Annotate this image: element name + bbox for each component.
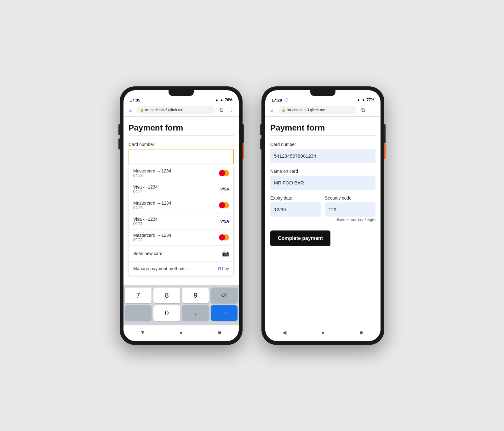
name-label: Name on card	[270, 169, 375, 174]
phone-screen-left: 17:05 ▲ ▲ 76% ⌂ 🔒 rm-codelab-3.glitch.me…	[123, 90, 239, 341]
key-8[interactable]: 8	[153, 288, 180, 303]
phone-notch-right	[310, 90, 335, 96]
security-input[interactable]	[325, 202, 375, 217]
keyboard-row-2: , 0 . →	[125, 305, 238, 321]
menu-button-left[interactable]: ⋮	[227, 106, 236, 114]
browser-bar-right: ⌂ 🔒 rm-codelab-3.glitch.me ⧉ ⋮	[265, 104, 381, 117]
card-number-label-left: Card number	[129, 142, 234, 147]
card-name-4: Visa ····1234	[133, 217, 158, 222]
card-info-5: Mastercard ····1234 09/22	[133, 233, 171, 242]
url-bar-right[interactable]: 🔒 rm-codelab-3.glitch.me	[278, 106, 357, 114]
autocomplete-item-1[interactable]: Mastercard ····1234 04/23	[129, 165, 233, 181]
autocomplete-item-5[interactable]: Mastercard ····1234 09/22	[129, 230, 233, 246]
autocomplete-item-4[interactable]: Visa ····1234 09/21 VISA	[129, 213, 233, 230]
card-expiry-1: 04/23	[133, 173, 171, 178]
security-label: Security code	[325, 195, 375, 201]
card-expiry-3: 04/23	[133, 206, 171, 210]
volume-down-button-right[interactable]	[260, 138, 261, 149]
signal-icon-right: ▲	[362, 98, 365, 102]
nav-square-right[interactable]: ■	[357, 328, 366, 337]
security-col: Security code Back of card, last 3 digit…	[325, 195, 375, 222]
browser-bar-left: ⌂ 🔒 rm-codelab-3.glitch.me ⧉ ⋮	[123, 104, 239, 117]
browser-actions-right: ⧉ ⋮	[358, 106, 377, 114]
status-icons-right: ▲ ▲ 77%	[357, 98, 374, 102]
mastercard-icon-1	[219, 170, 229, 176]
volume-down-button[interactable]	[118, 138, 120, 149]
nav-circle-left[interactable]: ●	[176, 328, 186, 337]
lock-icon-right: 🔒	[282, 108, 285, 112]
battery-icon: 76%	[225, 98, 232, 102]
menu-button-right[interactable]: ⋮	[369, 106, 377, 114]
mastercard-icon-3	[219, 202, 229, 208]
power-button[interactable]	[243, 124, 244, 143]
manage-payment-item[interactable]: Manage payment methods... G Pay	[129, 262, 233, 276]
wifi-icon: ▲	[215, 98, 219, 102]
power-button-right[interactable]	[384, 124, 386, 143]
card-info-2: Visa ····1234 04/22	[133, 184, 158, 194]
expiry-label: Expiry date	[270, 195, 321, 201]
autocomplete-item-2[interactable]: Visa ····1234 04/22 VISA	[129, 181, 233, 197]
card-expiry-5: 09/22	[133, 238, 171, 242]
nav-circle-right[interactable]: ●	[318, 328, 328, 337]
lock-icon-left: 🔒	[140, 108, 144, 112]
time-right: 17:28	[272, 98, 282, 102]
page-title-right: Payment form	[270, 123, 375, 133]
key-period[interactable]: .	[182, 305, 209, 321]
divider-left	[129, 135, 234, 136]
mc-red-circle-3	[219, 202, 225, 208]
mc-red-circle	[219, 170, 225, 176]
phone-right: 17:28 🕐 ▲ ▲ 77% ⌂ 🔒 rm-codelab-3.glitch.…	[261, 86, 384, 345]
tab-button-left[interactable]: ⧉	[217, 106, 226, 114]
key-next[interactable]: →	[211, 305, 238, 321]
visa-icon-2: VISA	[220, 187, 229, 191]
volume-up-button-right[interactable]	[260, 124, 261, 135]
nav-square-left[interactable]: ■	[215, 328, 224, 337]
tab-button-right[interactable]: ⧉	[358, 106, 367, 114]
expiry-security-row: Expiry date Security code Back of card, …	[270, 195, 375, 222]
card-name-3: Mastercard ····1234	[133, 201, 171, 206]
key-7[interactable]: 7	[125, 288, 152, 303]
key-comma[interactable]: ,	[125, 305, 152, 321]
card-expiry-2: 04/22	[133, 189, 158, 194]
url-text-left: rm-codelab-3.glitch.me	[145, 108, 183, 112]
clock-icon-right: 🕐	[284, 98, 288, 102]
phone-notch	[169, 90, 194, 96]
nav-triangle-left[interactable]: ▼	[138, 328, 147, 337]
key-0[interactable]: 0	[153, 305, 180, 321]
complete-payment-button[interactable]: Complete payment	[270, 230, 330, 246]
side-button[interactable]	[243, 143, 244, 159]
url-bar-left[interactable]: 🔒 rm-codelab-3.glitch.me	[136, 106, 215, 114]
card-info-1: Mastercard ····1234 04/23	[133, 168, 171, 178]
card-expiry-4: 09/21	[133, 222, 158, 226]
url-text-right: rm-codelab-3.glitch.me	[287, 108, 325, 112]
browser-actions-left: ⧉ ⋮	[217, 106, 236, 114]
phone-left: 17:05 ▲ ▲ 76% ⌂ 🔒 rm-codelab-3.glitch.me…	[120, 86, 243, 345]
expiry-col: Expiry date	[270, 195, 321, 222]
autocomplete-item-3[interactable]: Mastercard ····1234 04/23	[129, 197, 233, 213]
camera-icon: 📷	[222, 250, 229, 257]
security-hint: Back of card, last 3 digits	[325, 218, 375, 222]
scan-new-card-item[interactable]: Scan new card 📷	[129, 246, 233, 262]
key-backspace[interactable]: ⌫	[211, 288, 238, 303]
status-icons-left: ▲ ▲ 76%	[215, 98, 232, 102]
card-number-input-right[interactable]	[270, 149, 375, 163]
card-name-1: Mastercard ····1234	[133, 168, 171, 173]
g-blue: G	[218, 266, 221, 271]
name-input[interactable]	[270, 176, 375, 190]
card-number-section: Card number	[270, 142, 375, 163]
page-title-left: Payment form	[129, 123, 234, 133]
side-button-right[interactable]	[384, 143, 386, 159]
manage-label: Manage payment methods...	[133, 266, 189, 271]
mastercard-icon-5	[219, 234, 229, 241]
card-number-input-left[interactable]	[129, 149, 234, 164]
expiry-input[interactable]	[270, 202, 321, 217]
key-9[interactable]: 9	[182, 288, 209, 303]
home-button-right[interactable]: ⌂	[268, 106, 276, 114]
nav-back-right[interactable]: ◀	[280, 328, 289, 337]
nav-bar-right: ◀ ● ■	[265, 325, 381, 341]
name-section: Name on card	[270, 169, 375, 190]
volume-up-button[interactable]	[118, 124, 120, 135]
page-content-right: Payment form Card number Name on card Ex…	[265, 117, 381, 325]
autocomplete-dropdown: Mastercard ····1234 04/23 Visa ····1234 …	[129, 165, 234, 276]
home-button-left[interactable]: ⌂	[127, 106, 134, 114]
